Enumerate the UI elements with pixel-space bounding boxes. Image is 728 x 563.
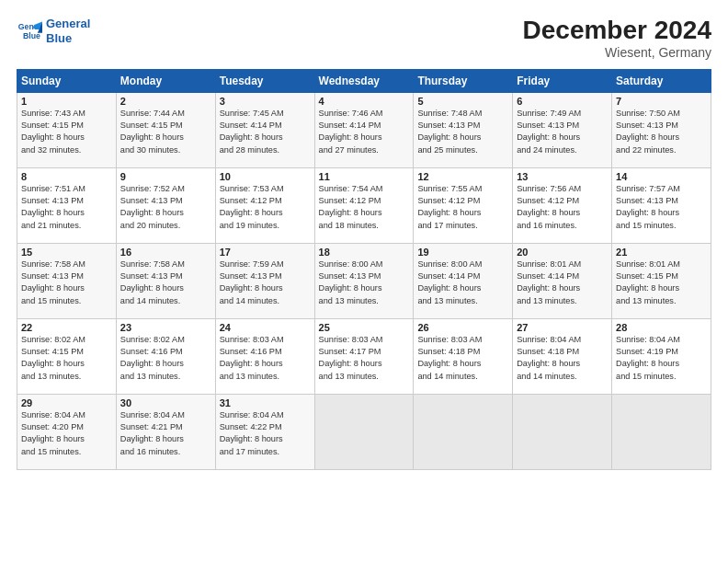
calendar-day-1: 1Sunrise: 7:43 AMSunset: 4:15 PMDaylight…: [17, 92, 117, 167]
calendar-day-30: 30Sunrise: 8:04 AMSunset: 4:21 PMDayligh…: [116, 394, 215, 469]
calendar-day-4: 4Sunrise: 7:46 AMSunset: 4:14 PMDaylight…: [314, 92, 414, 167]
calendar-day-8: 8Sunrise: 7:51 AMSunset: 4:13 PMDaylight…: [17, 167, 117, 243]
calendar-day-10: 10Sunrise: 7:53 AMSunset: 4:12 PMDayligh…: [215, 167, 314, 243]
calendar-day-2: 2Sunrise: 7:44 AMSunset: 4:15 PMDaylight…: [116, 92, 215, 167]
logo: General Blue General Blue: [17, 17, 90, 45]
page: General Blue General Blue December 2024 …: [0, 0, 728, 563]
main-title: December 2024: [523, 17, 711, 45]
calendar-day-21: 21Sunrise: 8:01 AMSunset: 4:15 PMDayligh…: [612, 243, 711, 318]
col-thursday: Thursday: [414, 69, 513, 92]
header-row: Sunday Monday Tuesday Wednesday Thursday…: [17, 69, 711, 92]
col-tuesday: Tuesday: [215, 69, 314, 92]
col-monday: Monday: [116, 69, 215, 92]
calendar-day-20: 20Sunrise: 8:01 AMSunset: 4:14 PMDayligh…: [513, 243, 612, 318]
calendar-day-27: 27Sunrise: 8:04 AMSunset: 4:18 PMDayligh…: [513, 318, 612, 394]
calendar-day-empty: [414, 394, 513, 469]
calendar-day-23: 23Sunrise: 8:02 AMSunset: 4:16 PMDayligh…: [116, 318, 215, 394]
col-sunday: Sunday: [17, 69, 117, 92]
calendar-day-17: 17Sunrise: 7:59 AMSunset: 4:13 PMDayligh…: [215, 243, 314, 318]
calendar-day-9: 9Sunrise: 7:52 AMSunset: 4:13 PMDaylight…: [116, 167, 215, 243]
calendar-week-1: 1Sunrise: 7:43 AMSunset: 4:15 PMDaylight…: [17, 92, 711, 167]
calendar-day-7: 7Sunrise: 7:50 AMSunset: 4:13 PMDaylight…: [612, 92, 711, 167]
calendar-day-6: 6Sunrise: 7:49 AMSunset: 4:13 PMDaylight…: [513, 92, 612, 167]
calendar-week-3: 15Sunrise: 7:58 AMSunset: 4:13 PMDayligh…: [17, 243, 711, 318]
calendar-day-3: 3Sunrise: 7:45 AMSunset: 4:14 PMDaylight…: [215, 92, 314, 167]
calendar-day-15: 15Sunrise: 7:58 AMSunset: 4:13 PMDayligh…: [17, 243, 117, 318]
calendar-day-26: 26Sunrise: 8:03 AMSunset: 4:18 PMDayligh…: [414, 318, 513, 394]
calendar-day-16: 16Sunrise: 7:58 AMSunset: 4:13 PMDayligh…: [116, 243, 215, 318]
calendar-week-5: 29Sunrise: 8:04 AMSunset: 4:20 PMDayligh…: [17, 394, 711, 469]
logo-icon: General Blue: [17, 18, 42, 44]
calendar-day-11: 11Sunrise: 7:54 AMSunset: 4:12 PMDayligh…: [314, 167, 414, 243]
calendar-day-18: 18Sunrise: 8:00 AMSunset: 4:13 PMDayligh…: [314, 243, 414, 318]
logo-text-line2: Blue: [46, 31, 90, 46]
calendar-day-24: 24Sunrise: 8:03 AMSunset: 4:16 PMDayligh…: [215, 318, 314, 394]
calendar-day-31: 31Sunrise: 8:04 AMSunset: 4:22 PMDayligh…: [215, 394, 314, 469]
calendar-day-19: 19Sunrise: 8:00 AMSunset: 4:14 PMDayligh…: [414, 243, 513, 318]
calendar-day-empty: [314, 394, 414, 469]
calendar-day-empty: [612, 394, 711, 469]
calendar-day-28: 28Sunrise: 8:04 AMSunset: 4:19 PMDayligh…: [612, 318, 711, 394]
calendar-day-12: 12Sunrise: 7:55 AMSunset: 4:12 PMDayligh…: [414, 167, 513, 243]
col-friday: Friday: [513, 69, 612, 92]
calendar-day-empty: [513, 394, 612, 469]
calendar-day-14: 14Sunrise: 7:57 AMSunset: 4:13 PMDayligh…: [612, 167, 711, 243]
header: General Blue General Blue December 2024 …: [17, 17, 711, 60]
logo-text-line1: General: [46, 17, 90, 31]
calendar-day-13: 13Sunrise: 7:56 AMSunset: 4:12 PMDayligh…: [513, 167, 612, 243]
title-block: December 2024 Wiesent, Germany: [523, 17, 711, 60]
col-saturday: Saturday: [612, 69, 711, 92]
calendar-day-25: 25Sunrise: 8:03 AMSunset: 4:17 PMDayligh…: [314, 318, 414, 394]
subtitle: Wiesent, Germany: [523, 45, 711, 60]
calendar-day-22: 22Sunrise: 8:02 AMSunset: 4:15 PMDayligh…: [17, 318, 117, 394]
col-wednesday: Wednesday: [314, 69, 414, 92]
calendar: Sunday Monday Tuesday Wednesday Thursday…: [17, 69, 711, 470]
calendar-day-29: 29Sunrise: 8:04 AMSunset: 4:20 PMDayligh…: [17, 394, 117, 469]
calendar-day-5: 5Sunrise: 7:48 AMSunset: 4:13 PMDaylight…: [414, 92, 513, 167]
calendar-week-4: 22Sunrise: 8:02 AMSunset: 4:15 PMDayligh…: [17, 318, 711, 394]
calendar-week-2: 8Sunrise: 7:51 AMSunset: 4:13 PMDaylight…: [17, 167, 711, 243]
